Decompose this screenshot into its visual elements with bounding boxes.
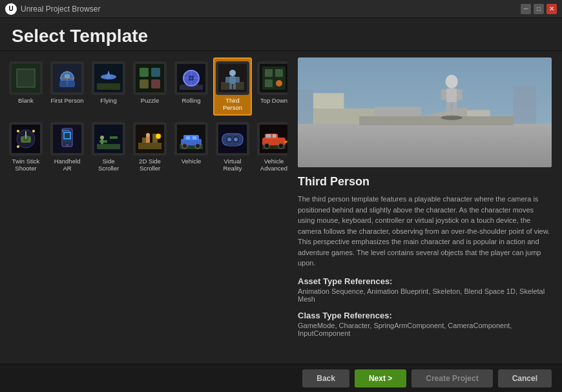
ue-logo: U [5, 3, 17, 15]
svg-point-59 [100, 136, 104, 139]
next-button[interactable]: Next > [355, 369, 406, 387]
template-rolling-label: Rolling [182, 97, 200, 104]
svg-point-81 [227, 138, 231, 141]
svg-rect-103 [441, 89, 446, 100]
svg-point-27 [229, 70, 236, 76]
svg-rect-58 [110, 136, 118, 139]
template-puzzle-icon [133, 61, 167, 95]
svg-rect-104 [457, 89, 463, 100]
svg-rect-15 [140, 68, 149, 77]
template-puzzle-label: Puzzle [141, 97, 160, 104]
svg-marker-94 [298, 124, 552, 167]
svg-rect-43 [25, 131, 26, 139]
svg-rect-62 [138, 143, 161, 149]
template-side-scroller-icon [92, 122, 125, 156]
template-twin-stick-shooter[interactable]: Twin Stick Shooter [6, 118, 45, 176]
svg-rect-75 [193, 136, 196, 139]
svg-rect-29 [225, 77, 229, 83]
svg-rect-74 [186, 136, 190, 139]
svg-point-38 [276, 80, 282, 87]
svg-point-72 [182, 143, 187, 149]
template-twin-stick-shooter-icon [9, 122, 43, 156]
svg-rect-28 [229, 76, 236, 84]
template-2d-side-scroller-icon [133, 122, 167, 156]
template-virtual-reality[interactable]: Virtual Reality [213, 118, 252, 176]
svg-rect-106 [452, 103, 457, 115]
maximize-button[interactable]: □ [534, 4, 544, 14]
template-vehicle-icon [174, 122, 208, 156]
svg-point-73 [195, 143, 200, 149]
svg-point-46 [17, 145, 19, 148]
description-panel: Third Person The third person template f… [287, 51, 562, 364]
svg-rect-16 [151, 68, 160, 77]
svg-point-66 [146, 133, 150, 137]
svg-rect-90 [273, 134, 276, 138]
svg-rect-1 [17, 69, 35, 87]
template-first-person-label: First Person [50, 97, 83, 104]
template-flying[interactable]: Flying [89, 57, 128, 116]
svg-rect-35 [265, 69, 273, 77]
svg-rect-65 [146, 136, 150, 143]
svg-rect-96 [313, 93, 344, 108]
svg-rect-98 [375, 107, 421, 116]
class-type-refs: GameMode, Character, SpringArmComponent,… [298, 322, 552, 337]
svg-point-88 [278, 143, 284, 149]
template-puzzle[interactable]: Puzzle [130, 57, 169, 116]
create-project-button[interactable]: Create Project [411, 369, 492, 387]
svg-rect-37 [265, 79, 273, 87]
asset-type-refs: Animation Sequence, Animation Blueprint,… [298, 287, 552, 303]
template-top-down-icon [257, 61, 287, 95]
page-title: Select Template [12, 26, 550, 46]
template-blank[interactable]: Blank [6, 57, 45, 116]
content-area: Blank First Person [0, 51, 562, 364]
window-controls: ─ □ ✕ [521, 4, 557, 14]
template-handheld-ar[interactable]: Handheld AR [48, 118, 87, 176]
template-vr-label: Virtual Reality [216, 158, 249, 172]
svg-rect-89 [266, 134, 271, 138]
bottom-bar: Back Next > Create Project Cancel [0, 364, 562, 392]
template-2d-side-scroller[interactable]: 2D Side Scroller [130, 118, 169, 176]
svg-rect-9 [97, 83, 120, 90]
template-side-scroller-label: Side Scroller [92, 158, 125, 172]
svg-rect-18 [151, 79, 160, 88]
svg-point-50 [66, 144, 68, 147]
template-side-scroller[interactable]: Side Scroller [89, 118, 128, 176]
class-type-refs-label: Class Type References: [298, 311, 552, 320]
template-vehicle[interactable]: Vehicle [172, 118, 211, 176]
template-third-person-icon [216, 61, 249, 95]
svg-rect-108 [513, 85, 536, 124]
title-bar: U Unreal Project Browser ─ □ ✕ [0, 0, 562, 18]
asset-type-section: Asset Type References: Animation Sequenc… [298, 274, 552, 303]
svg-point-101 [446, 75, 458, 88]
template-top-down-label: Top Down [260, 97, 287, 104]
selected-template-title: Third Person [298, 175, 552, 189]
svg-point-67 [156, 134, 161, 139]
back-button[interactable]: Back [302, 369, 349, 387]
template-flying-label: Flying [100, 97, 116, 104]
svg-rect-105 [446, 103, 451, 115]
template-vehicle-advanced[interactable]: Vehicle Advanced [255, 118, 287, 176]
svg-point-45 [32, 130, 35, 132]
template-rolling-icon [174, 61, 208, 95]
svg-rect-36 [275, 69, 283, 77]
template-virtual-reality-icon [216, 122, 249, 156]
svg-rect-60 [101, 139, 103, 144]
close-button[interactable]: ✕ [546, 4, 557, 14]
template-third-person[interactable]: Third Person [213, 57, 252, 116]
asset-type-refs-label: Asset Type References: [298, 276, 552, 286]
minimize-button[interactable]: ─ [521, 4, 531, 14]
template-first-person[interactable]: First Person [48, 57, 87, 116]
template-first-person-icon [50, 61, 84, 95]
template-rolling[interactable]: Rolling [172, 57, 211, 116]
template-handheld-ar-icon [50, 122, 84, 156]
cancel-button[interactable]: Cancel [498, 369, 552, 387]
template-vehicle-label: Vehicle [182, 158, 202, 165]
template-description: The third person template features a pla… [298, 194, 552, 269]
svg-rect-71 [183, 135, 199, 140]
svg-point-87 [264, 143, 269, 149]
template-flying-icon [92, 61, 125, 95]
template-preview [298, 57, 552, 167]
template-top-down[interactable]: Top Down [255, 57, 287, 116]
svg-rect-56 [97, 144, 120, 149]
svg-point-107 [441, 116, 463, 120]
